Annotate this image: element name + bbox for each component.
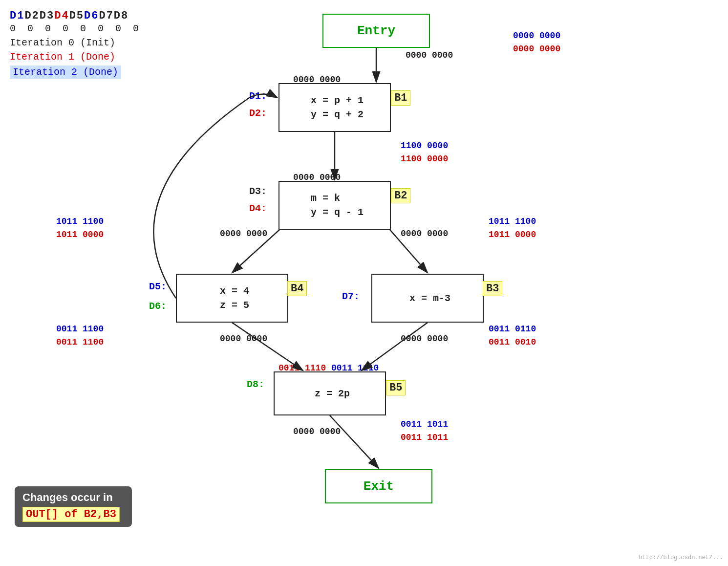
b1-node: x = p + 1 y = q + 2: [278, 83, 391, 132]
bits-b2-left-out-line2: 1011 0000: [56, 228, 104, 241]
bits-b3-right-out: 0011 0110 0011 0010: [489, 323, 536, 349]
exit-node: Exit: [325, 469, 432, 503]
b2-block-label: B2: [391, 188, 410, 203]
legend-d3: D3: [40, 10, 54, 22]
b4-node: x = 4 z = 5: [176, 274, 288, 323]
b4-line1: x = 4: [220, 285, 249, 297]
b2-line2: y = q - 1: [311, 207, 364, 218]
b4-block-label: B4: [287, 281, 307, 296]
legend-d7: D7: [99, 10, 113, 22]
d5-label: D5:: [149, 281, 167, 292]
bits-b2-left-inner-line: 0000 0000: [220, 227, 267, 240]
bits-b5-above-line1: 0011 1110 0011 1110: [278, 362, 379, 375]
bits-b1-out-right: 1100 0000 1100 0000: [401, 139, 448, 166]
bits-b4-bottom-inner: 0000 0000: [220, 332, 267, 346]
legend-d8: D8: [114, 10, 128, 22]
exit-label: Exit: [364, 479, 394, 494]
b5-line1: z = 2p: [315, 388, 350, 399]
bits-b1-out-right-line2: 1100 0000: [401, 152, 448, 166]
bits-entry-b1-in: 0000 0000: [293, 73, 341, 87]
d1-label: D1:: [249, 90, 267, 102]
b1-line2: y = q + 2: [311, 109, 364, 120]
legend-iter0: Iteration 0 (Init): [10, 37, 142, 48]
d7-label: D7:: [342, 291, 360, 302]
bits-b2-right-out-line1: 1011 1100: [489, 215, 536, 228]
bits-b4-left-out-line2: 0011 1100: [56, 336, 104, 349]
bits-b2-right-inner-line: 0000 0000: [401, 227, 448, 240]
bits-b1-b2-in-line: 0000 0000: [293, 171, 341, 184]
d3-label: D3:: [249, 186, 267, 197]
bits-b4-left-out-line1: 0011 1100: [56, 323, 104, 336]
bits-b2-left-out-line1: 1011 1100: [56, 215, 104, 228]
b5-block-label: B5: [386, 380, 406, 395]
bits-b5-right-out-line2: 0011 1011: [401, 431, 448, 444]
bits-b2-left-out: 1011 1100 1011 0000: [56, 215, 104, 241]
bits-b1-out-right-line1: 1100 0000: [401, 139, 448, 152]
bits-b2-right-inner: 0000 0000: [401, 227, 448, 240]
b5-node: z = 2p: [274, 371, 386, 415]
changes-box: Changes occur in OUT[] of B2,B3: [15, 486, 132, 527]
bits-entry-below-line: 0000 0000: [406, 49, 453, 62]
bits-entry-outer-top: 0000 0000 0000 0000: [513, 29, 560, 56]
d6-label: D6:: [149, 301, 167, 312]
bits-b3-right-out-line2: 0011 0010: [489, 336, 536, 349]
bits-b5-bottom-out: 0000 0000: [293, 425, 341, 438]
bits-b5-right-out-line1: 0011 1011: [401, 418, 448, 431]
bits-b4-bottom-inner-line: 0000 0000: [220, 332, 267, 346]
legend-d1: D1: [10, 10, 24, 22]
bits-b2-right-out: 1011 1100 1011 0000: [489, 215, 536, 241]
changes-line2: OUT[] of B2,B3: [22, 507, 120, 522]
b1-block-label: B1: [391, 90, 410, 106]
b4-content: x = 4 z = 5: [215, 285, 249, 311]
bits-b1-b2-in: 0000 0000: [293, 171, 341, 184]
b3-content: x = m-3: [405, 293, 450, 304]
d4-label: D4:: [249, 203, 267, 214]
bits-b3-bottom-inner-line: 0000 0000: [401, 332, 448, 346]
entry-node: Entry: [322, 14, 430, 48]
legend-d-row: D1D2D3D4D5D6D7D8: [10, 10, 142, 22]
b3-line1: x = m-3: [409, 293, 450, 304]
legend-d5: D5: [69, 10, 84, 22]
bits-b3-bottom-inner: 0000 0000: [401, 332, 448, 346]
legend: D1D2D3D4D5D6D7D8 0 0 0 0 0 0 0 0 Iterati…: [10, 10, 142, 79]
b2-node: m = k y = q - 1: [278, 181, 391, 230]
b3-node: x = m-3: [371, 274, 484, 323]
bits-b3-right-out-line1: 0011 0110: [489, 323, 536, 336]
b2-content: m = k y = q - 1: [306, 193, 364, 218]
legend-iter2: Iteration 2 (Done): [10, 65, 121, 79]
d2-label: D2:: [249, 108, 267, 119]
b5-content: z = 2p: [310, 388, 350, 399]
legend-d2: D2: [24, 10, 39, 22]
arrow-b5-exit: [330, 415, 379, 468]
bits-b4-left-out: 0011 1100 0011 1100: [56, 323, 104, 349]
entry-label: Entry: [357, 23, 395, 38]
bits-entry-outer-line1: 0000 0000: [513, 29, 560, 43]
legend-d4: D4: [54, 10, 69, 22]
bits-b5-bottom-out-line: 0000 0000: [293, 425, 341, 438]
bits-entry-b1-in-line: 0000 0000: [293, 73, 341, 87]
bits-b5-above: 0011 1110 0011 1110: [278, 362, 379, 375]
b3-block-label: B3: [483, 281, 502, 296]
bits-entry-outer-line2: 0000 0000: [513, 43, 560, 56]
bits-entry-below: 0000 0000: [406, 49, 453, 62]
d8-label: D8:: [247, 379, 264, 390]
legend-zeros: 0 0 0 0 0 0 0 0: [10, 23, 142, 34]
bits-b5-right-out: 0011 1011 0011 1011: [401, 418, 448, 444]
legend-iter1: Iteration 1 (Done): [10, 51, 142, 63]
b4-line2: z = 5: [220, 300, 249, 311]
b2-line1: m = k: [311, 193, 340, 204]
changes-line1: Changes occur in: [22, 491, 124, 504]
b1-line1: x = p + 1: [311, 95, 364, 106]
bits-b2-right-out-line2: 1011 0000: [489, 228, 536, 241]
watermark: http://blog.csdn.net/...: [639, 554, 723, 561]
bits-b2-left-in-inner: 0000 0000: [220, 227, 267, 240]
legend-d6: D6: [84, 10, 99, 22]
b1-content: x = p + 1 y = q + 2: [306, 95, 364, 120]
